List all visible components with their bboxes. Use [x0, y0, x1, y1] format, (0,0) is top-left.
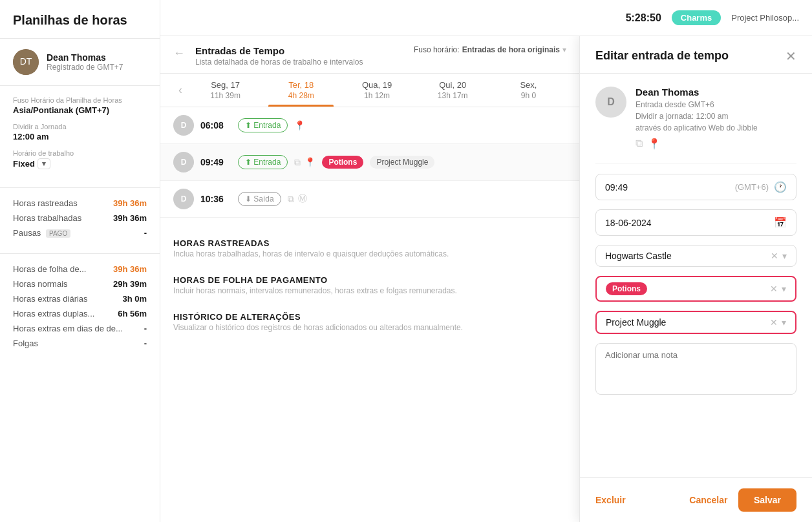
daily-extra-label: Horas extras diárias: [13, 294, 88, 304]
entry-badge-out-3[interactable]: ⬇ Saída: [238, 192, 281, 206]
day-col-sex-[interactable]: Sex,9h 0: [491, 74, 566, 107]
timezone-value: Entradas de hora originais: [462, 45, 560, 54]
entry-icons-1: 📍: [294, 120, 305, 130]
user-avatar: DT: [13, 49, 39, 75]
time-input[interactable]: [605, 182, 735, 193]
entry-avatar-1: D: [173, 115, 194, 136]
split-value: 12:00 am: [13, 132, 147, 141]
project-value: Project Muggle: [606, 317, 770, 328]
timezone-label: Fuso Horário da Planilha de Horas: [13, 96, 147, 104]
breaks-label: Pausas PAGO: [13, 228, 70, 238]
location-clear-icon[interactable]: ✕: [771, 251, 778, 261]
double-extra-label: Horas extras duplas...: [13, 309, 94, 318]
holiday-extra-value: -: [144, 324, 147, 333]
date-field-row: 📅: [595, 209, 796, 236]
location-profile-icon: 📍: [648, 138, 661, 150]
calendar-icon[interactable]: 📅: [774, 216, 787, 229]
user-registered: Registrado de GMT+7: [47, 63, 123, 72]
pago-badge: PAGO: [46, 229, 70, 238]
entry-badge-in-2[interactable]: ⬆ Entrada: [238, 155, 288, 169]
work-schedule-label: Horário de trabalho: [13, 149, 147, 157]
day-col-seg--17[interactable]: Seg, 1711h 39m: [187, 74, 263, 107]
day-col-ter--18[interactable]: Ter, 184h 28m: [263, 74, 339, 107]
leave-label: Horas de folha de...: [13, 264, 86, 274]
department-clear-icon[interactable]: ✕: [770, 284, 778, 294]
entry-avatar-3: D: [173, 189, 194, 209]
time-field-row: (GMT+6) 🕐: [595, 174, 796, 200]
copy-icon: ⧉: [294, 157, 301, 168]
daily-extra-value: 3h 0m: [122, 294, 147, 304]
entry-time-3: 10:36: [200, 194, 231, 204]
timezone-dropdown-icon[interactable]: ▾: [562, 45, 566, 54]
location-dropdown-icon[interactable]: ▾: [782, 251, 787, 261]
cancel-button[interactable]: Cancelar: [689, 495, 727, 505]
worked-label: Horas trabalhadas: [13, 213, 81, 223]
split-label: Dividir a Jornada: [13, 123, 147, 130]
clock-icon[interactable]: 🕐: [774, 181, 787, 193]
double-extra-value: 6h 56m: [118, 309, 147, 318]
timezone-value: Asia/Pontianak (GMT+7): [13, 105, 147, 115]
entries-title: Entradas de Tempo: [195, 45, 363, 56]
project-muggle-tag[interactable]: Project Muggle: [370, 156, 434, 169]
entry-row: D 06:08 ⬆ Entrada 📍: [160, 107, 579, 144]
section-payroll: HORAS DE FOLHA DE PAGAMENTO Incluir hora…: [160, 262, 579, 299]
leave-days-value: -: [144, 339, 147, 348]
entry-icons-2: ⧉ 📍: [294, 157, 315, 168]
profile-avatar: D: [595, 87, 626, 118]
delete-button[interactable]: Excluir: [595, 495, 626, 505]
section-tracked: HORAS RASTREADAS Inclua horas trabalhada…: [160, 225, 579, 262]
entry-time-1: 06:08: [200, 120, 231, 130]
leave-value: 39h 36m: [113, 264, 147, 274]
breaks-value: -: [144, 228, 147, 238]
leave-days-label: Folgas: [13, 339, 38, 348]
copy-profile-icon: ⧉: [636, 138, 643, 150]
charms-badge[interactable]: Charms: [672, 10, 721, 25]
right-panel-title: Editar entrada de tempo: [595, 49, 729, 63]
holiday-extra-label: Horas extras em dias de de...: [13, 324, 123, 333]
tracked-label: Horas rastreadas: [13, 198, 78, 208]
day-col-qui--20[interactable]: Qui, 2013h 17m: [415, 74, 491, 107]
worked-value: 39h 36m: [113, 213, 147, 223]
potions-tag[interactable]: Potions: [322, 156, 363, 169]
potions-tag-right[interactable]: Potions: [606, 282, 647, 295]
normal-label: Horas normais: [13, 279, 68, 289]
entry-time-2: 09:49: [200, 157, 231, 167]
user-name: Dean Thomas: [47, 52, 123, 63]
work-schedule-value: Fixed ▾: [13, 158, 147, 169]
location-value: Hogwarts Castle: [605, 251, 771, 261]
section-history: HISTÓRICO DE ALTERAÇÕES Visualizar o his…: [160, 299, 579, 336]
svg-text:DT: DT: [20, 56, 32, 67]
entry-icons-3: ⧉ Ⓜ: [288, 193, 307, 205]
project-dropdown-icon[interactable]: ▾: [782, 317, 786, 328]
tracked-value: 39h 36m: [113, 198, 147, 208]
entry-badge-in-1[interactable]: ⬆ Entrada: [238, 118, 288, 132]
profile-name: Dean Thomas: [636, 87, 796, 98]
entry-avatar-2: D: [173, 152, 194, 172]
close-button[interactable]: ✕: [785, 50, 796, 63]
save-button[interactable]: Salvar: [738, 488, 796, 512]
header-project: Project Philosop...: [731, 13, 799, 23]
gmt-label: (GMT+6): [735, 182, 769, 192]
timezone-label: Fuso horário:: [414, 45, 460, 54]
project-clear-icon[interactable]: ✕: [770, 317, 778, 328]
copy-icon-2: ⧉: [288, 194, 294, 205]
app-title: Planilhas de horas: [13, 13, 147, 28]
pin-icon: 📍: [294, 120, 305, 130]
day-col-qua--19[interactable]: Qua, 191h 12m: [339, 74, 414, 107]
department-dropdown-icon[interactable]: ▾: [782, 284, 786, 294]
date-input[interactable]: [605, 218, 774, 228]
entry-row-3: D 10:36 ⬇ Saída ⧉ Ⓜ: [160, 181, 579, 218]
fixed-dropdown[interactable]: ▾: [37, 158, 50, 169]
entries-desc: Lista detalhada de horas de trabalho e i…: [195, 57, 363, 67]
pin-icon-2: 📍: [304, 157, 315, 167]
timer-display: 5:28:50: [626, 12, 661, 24]
note-textarea[interactable]: [595, 343, 796, 395]
entry-row-2[interactable]: D 09:49 ⬆ Entrada ⧉ 📍 Potions Project Mu…: [160, 144, 579, 181]
normal-value: 29h 39m: [113, 279, 147, 289]
m-icon: Ⓜ: [298, 193, 307, 205]
location-select-row[interactable]: Hogwarts Castle ✕ ▾: [595, 245, 796, 267]
prev-day-arrow[interactable]: ‹: [173, 78, 187, 102]
back-arrow[interactable]: ←: [173, 47, 185, 60]
profile-detail: Entrada desde GMT+6 Dividir a jornada: 1…: [636, 99, 796, 134]
